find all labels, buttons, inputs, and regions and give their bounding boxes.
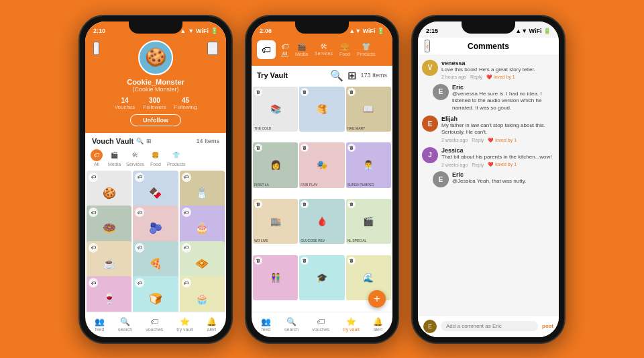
vault-title: Vouch Vault <box>92 137 133 145</box>
cat-tab-media[interactable]: 🎬 Media <box>108 149 121 167</box>
more-button[interactable]: ··· <box>207 42 218 55</box>
reply-button[interactable]: Reply <box>472 163 484 167</box>
try-vault-grid: 🗑📚THE COLD 🗑🥞 🗑📖HAIL MARY 🗑👩FIRST LA 🗑🎭F… <box>252 85 392 312</box>
comment-time: 2 hours ago <box>441 75 466 79</box>
item-icon: 🏷 <box>135 173 144 182</box>
grid-item[interactable]: 🗑👨‍💼SUPER PUMPED <box>346 142 391 187</box>
grid-item[interactable]: 🏷🍞 <box>133 276 178 312</box>
comments-header: ‹ Comments <box>418 38 559 56</box>
avatar: 🍪 <box>138 40 173 75</box>
grid-icon[interactable]: ⊞ <box>146 138 152 144</box>
grid-item[interactable]: 🗑🥞 <box>299 87 344 132</box>
back-button[interactable]: ‹ <box>425 40 430 52</box>
comment-item: E Eric @Jessica Yeah, that was nutty. <box>422 171 555 187</box>
grid-item[interactable]: 🏷🧁Baking <box>180 276 225 312</box>
status-time: 2:15 <box>426 28 438 34</box>
tab-products[interactable]: 👕 Products <box>357 42 376 56</box>
nav-feed[interactable]: 👥feed <box>95 317 105 332</box>
comments-list: V venessa Love this book! He's a great s… <box>418 56 559 315</box>
tab-media[interactable]: 🎬 Media <box>295 42 308 56</box>
grid-icon[interactable]: ⊞ <box>347 69 356 82</box>
comment-body: Elijah My father in law can't stop takin… <box>441 116 555 143</box>
grid-item[interactable]: 🗑🏬WD LIVE <box>253 199 298 244</box>
item-icon: 🏷 <box>135 208 144 217</box>
comment-avatar: E <box>422 116 438 132</box>
grid-item[interactable]: 🏷🍷WINE <box>87 276 131 312</box>
grid-item[interactable]: 🗑🩸GLUCOSE REV <box>299 199 344 244</box>
item-icon: 🏷 <box>135 278 144 287</box>
grid-item[interactable]: 🗑👩FIRST LA <box>253 142 298 187</box>
nav-vouches[interactable]: 🏷vouches <box>312 317 329 332</box>
delete-icon: 🗑 <box>347 144 356 152</box>
nav-search[interactable]: 🔍search <box>118 317 132 332</box>
comment-avatar: J <box>422 147 438 163</box>
tab-services[interactable]: 🛠 Services <box>315 42 333 56</box>
item-icon: 🏷 <box>135 243 144 253</box>
grid-item[interactable]: 🗑📚THE COLD <box>253 87 298 132</box>
comment-text: That bit about his parents in the kitche… <box>441 154 555 161</box>
delete-icon: 🗑 <box>347 88 356 96</box>
input-avatar: E <box>423 320 437 333</box>
comment-input[interactable] <box>441 321 538 331</box>
comment-text: My father in law can't stop taking about… <box>441 122 555 136</box>
cat-tab-food[interactable]: 🍔 Food <box>150 149 162 167</box>
item-grid: 🏷🍪Chips Ahoy 🏷🍫 🏷🧂 🏷🍩 🏷🫐 🏷🎂 🏷☕crumbl 🏷🍕S… <box>85 169 226 312</box>
profile-header: ‹ ··· 🍪 Cookie_Monster (Cookie Monster) … <box>85 38 226 133</box>
comment-avatar: E <box>433 84 449 100</box>
item-icon: 🏷 <box>89 173 98 182</box>
grid-item[interactable]: 🗑🎓 <box>299 255 344 300</box>
nav-vouches[interactable]: 🏷vouches <box>146 317 163 332</box>
nav-alert[interactable]: 🔔alert <box>207 317 217 332</box>
tab-food[interactable]: 🍔 Food <box>339 42 350 56</box>
grid-item[interactable]: 🗑📖HAIL MARY <box>346 87 391 132</box>
item-icon: 🏷 <box>182 173 191 182</box>
back-button[interactable]: ‹ <box>93 42 99 55</box>
comment-text: @Jessica Yeah, that was nutty. <box>452 178 555 185</box>
reply-button[interactable]: Reply <box>472 138 484 142</box>
tab-all[interactable]: 🏷 All <box>281 42 288 56</box>
unfollow-button[interactable]: Unfollow <box>130 114 181 126</box>
cat-tab-products[interactable]: 👕 Products <box>167 149 186 167</box>
item-icon: 🏷 <box>89 243 98 253</box>
notch <box>462 21 515 34</box>
fab-button[interactable]: + <box>368 290 386 308</box>
post-button[interactable]: post <box>542 323 553 329</box>
nav-search[interactable]: 🔍search <box>284 317 299 332</box>
bottom-nav: 👥feed 🔍search 🏷vouches ⭐try vault 🔔alert <box>85 312 226 337</box>
delete-icon: 🗑 <box>254 200 262 208</box>
grid-item[interactable]: 🗑🎭FAIR PLAY <box>299 142 344 187</box>
comment-item: J Jessica That bit about his parents in … <box>422 147 555 167</box>
comment-time: 2 weeks ago <box>441 138 468 142</box>
nav-feed[interactable]: 👥feed <box>261 317 271 332</box>
cat-tab-services[interactable]: 🛠 Services <box>126 149 144 167</box>
notch <box>129 21 182 34</box>
item-icon: 🏷 <box>182 278 191 287</box>
cat-tab-all[interactable]: 🏷 All <box>91 149 103 167</box>
try-vault-bar: Try Vault 🔍 ⊞ 173 Items <box>252 66 392 85</box>
delete-icon: 🗑 <box>301 257 309 265</box>
delete-icon: 🗑 <box>301 144 309 152</box>
stat-following: 45 Following <box>174 97 197 110</box>
commenter-name: Jessica <box>441 147 555 154</box>
grid-item[interactable]: 🗑👫 <box>253 255 298 300</box>
nav-try-vault[interactable]: ⭐try vault <box>343 317 360 332</box>
nav-alert[interactable]: 🔔alert <box>373 317 383 332</box>
delete-icon: 🗑 <box>254 88 262 96</box>
top-bar: 🏷 🏷 All 🎬 Media 🛠 Services <box>257 40 387 59</box>
comments-title: Comments <box>422 42 555 51</box>
vault-header: Vouch Vault 🔍 ⊞ 14 Items <box>85 133 226 148</box>
commenter-name: Eric <box>452 84 555 91</box>
search-icon[interactable]: 🔍 <box>136 138 144 144</box>
nav-try-vault[interactable]: ⭐try vault <box>176 317 193 332</box>
status-time: 2:10 <box>93 28 105 34</box>
item-icon: 🏷 <box>89 278 98 287</box>
vault-section: Vouch Vault 🔍 ⊞ 14 Items 🏷 All 🎬 Media 🛠… <box>85 133 226 312</box>
stats-row: 14 Vouches 300 Followers 45 Following <box>115 97 197 110</box>
stat-vouches: 14 Vouches <box>115 97 136 110</box>
grid-item[interactable]: 🗑🎬NL SPECIAL <box>346 199 391 244</box>
reply-button[interactable]: Reply <box>470 75 482 79</box>
search-icon[interactable]: 🔍 <box>330 69 343 82</box>
comment-meta: 2 weeks ago Reply ❤️ loved by 1 <box>441 162 555 167</box>
item-icon: 🏷 <box>182 208 191 217</box>
try-vault-title: Try Vault <box>257 71 326 79</box>
